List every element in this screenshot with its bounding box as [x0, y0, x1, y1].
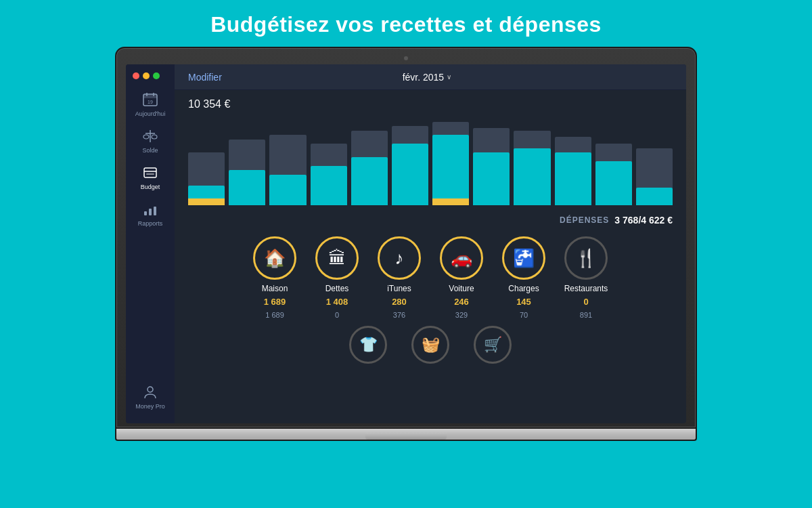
- charges-icon: 🚰: [513, 248, 535, 269]
- courses-icon: 🧺: [422, 336, 440, 354]
- vetements-circle: 👕: [349, 326, 387, 364]
- dettes-icon: 🏛: [328, 248, 346, 269]
- categories-row-2: 👕🧺🛒: [185, 326, 675, 364]
- sidebar-label-aujourd-hui: Aujourd'hui: [135, 110, 166, 117]
- calendar-icon: 19: [142, 91, 158, 108]
- category-item-dettes[interactable]: 🏛Dettes1 4080: [310, 236, 364, 319]
- svg-point-8: [152, 135, 157, 139]
- voiture-icon: 🚗: [451, 248, 472, 269]
- charges-circle: 🚰: [502, 236, 545, 280]
- laptop-bezel: 19 Aujourd'hui: [115, 47, 697, 429]
- category-item-maison[interactable]: 🏠Maison1 6891 689: [248, 236, 302, 319]
- maison-circle: 🏠: [253, 236, 296, 280]
- category-item-vetements[interactable]: 👕: [341, 326, 395, 364]
- voiture-budget: 329: [455, 311, 468, 319]
- svg-rect-12: [144, 211, 147, 215]
- bar-group: [473, 117, 510, 205]
- dettes-budget: 0: [335, 311, 339, 319]
- bar-group: [188, 117, 225, 205]
- category-item-courses[interactable]: 🧺: [403, 326, 457, 364]
- expenses-row: DÉPENSES 3 768/4 622 €: [175, 211, 686, 231]
- expenses-label: DÉPENSES: [560, 215, 609, 225]
- svg-point-15: [148, 387, 153, 392]
- sidebar-item-budget[interactable]: Budget: [126, 159, 175, 196]
- close-button[interactable]: [133, 72, 139, 79]
- shopping-circle: 🛒: [474, 326, 512, 364]
- vetements-icon: 👕: [359, 336, 378, 354]
- sidebar-item-money-pro[interactable]: Money Pro: [126, 379, 175, 415]
- categories-row-1: 🏠Maison1 6891 689🏛Dettes1 4080♪iTunes280…: [185, 236, 675, 319]
- shopping-icon: 🛒: [484, 336, 502, 354]
- category-item-voiture[interactable]: 🚗Voiture246329: [434, 236, 489, 319]
- itunes-name: iTunes: [387, 284, 411, 293]
- page-title: Budgétisez vos recettes et dépenses: [0, 0, 812, 47]
- svg-rect-1: [143, 94, 157, 98]
- laptop: 19 Aujourd'hui: [115, 47, 697, 441]
- maison-spent: 1 689: [264, 297, 286, 307]
- sidebar-label-budget: Budget: [141, 184, 160, 190]
- sidebar: 19 Aujourd'hui: [126, 64, 175, 423]
- laptop-wrapper: 19 Aujourd'hui: [0, 47, 812, 441]
- chart-area: 10 354 €: [175, 90, 686, 211]
- camera: [404, 56, 408, 60]
- top-bar: Modifier févr. 2015 ∨: [175, 64, 686, 90]
- category-item-charges[interactable]: 🚰Charges14570: [497, 236, 551, 319]
- maison-icon: 🏠: [264, 248, 286, 269]
- courses-circle: 🧺: [411, 326, 449, 364]
- dettes-spent: 1 408: [326, 297, 348, 307]
- minimize-button[interactable]: [143, 72, 150, 79]
- date-selector[interactable]: févr. 2015 ∨: [403, 72, 452, 83]
- maison-name: Maison: [262, 284, 288, 293]
- svg-rect-13: [149, 209, 152, 215]
- expenses-values: 3 768/4 622 €: [614, 215, 673, 226]
- modifier-button[interactable]: Modifier: [188, 72, 222, 83]
- bar-group: [636, 117, 673, 205]
- maison-budget: 1 689: [265, 311, 284, 319]
- voiture-circle: 🚗: [440, 236, 483, 280]
- traffic-lights: [126, 70, 160, 79]
- svg-rect-11: [146, 173, 154, 175]
- bar-group: [311, 117, 347, 205]
- sidebar-item-solde[interactable]: Solde: [126, 123, 175, 159]
- bar-group: [269, 117, 306, 205]
- itunes-budget: 376: [393, 311, 405, 319]
- budget-icon: [142, 165, 158, 181]
- restaurants-circle: 🍴: [564, 236, 608, 280]
- svg-rect-9: [144, 168, 156, 177]
- restaurants-name: Restaurants: [564, 284, 608, 293]
- voiture-spent: 246: [454, 297, 469, 307]
- category-item-itunes[interactable]: ♪iTunes280376: [372, 236, 426, 319]
- sidebar-label-rapports: Rapports: [138, 220, 163, 227]
- main-content: Modifier févr. 2015 ∨ 10 354 €: [175, 64, 686, 423]
- bar-group: [595, 117, 632, 205]
- bar-group: [351, 117, 388, 205]
- svg-rect-14: [154, 207, 156, 215]
- charges-budget: 70: [520, 311, 528, 319]
- scale-icon: [142, 128, 158, 144]
- svg-text:19: 19: [148, 100, 153, 104]
- itunes-icon: ♪: [395, 248, 404, 269]
- sidebar-label-solde: Solde: [142, 147, 158, 154]
- charges-spent: 145: [516, 297, 531, 307]
- sidebar-label-money-pro: Money Pro: [135, 403, 165, 410]
- categories-area: 🏠Maison1 6891 689🏛Dettes1 4080♪iTunes280…: [175, 231, 686, 423]
- chart-icon: [142, 201, 158, 217]
- restaurants-icon: 🍴: [575, 248, 597, 269]
- sidebar-item-aujourd-hui[interactable]: 19 Aujourd'hui: [126, 86, 175, 123]
- bar-group: [514, 117, 550, 205]
- person-icon: [142, 384, 158, 400]
- bar-group: [392, 117, 428, 205]
- category-item-shopping[interactable]: 🛒: [466, 326, 520, 364]
- laptop-base: [115, 429, 697, 441]
- date-label: févr. 2015: [403, 72, 445, 83]
- category-item-restaurants[interactable]: 🍴Restaurants0891: [559, 236, 613, 319]
- bar-chart: [188, 117, 673, 205]
- chevron-down-icon: ∨: [447, 73, 451, 81]
- restaurants-budget: 891: [580, 311, 592, 319]
- dettes-circle: 🏛: [315, 236, 359, 280]
- svg-point-7: [143, 135, 149, 139]
- screen: 19 Aujourd'hui: [126, 64, 686, 423]
- maximize-button[interactable]: [153, 72, 160, 79]
- chart-amount: 10 354 €: [188, 98, 673, 110]
- sidebar-item-rapports[interactable]: Rapports: [126, 196, 175, 232]
